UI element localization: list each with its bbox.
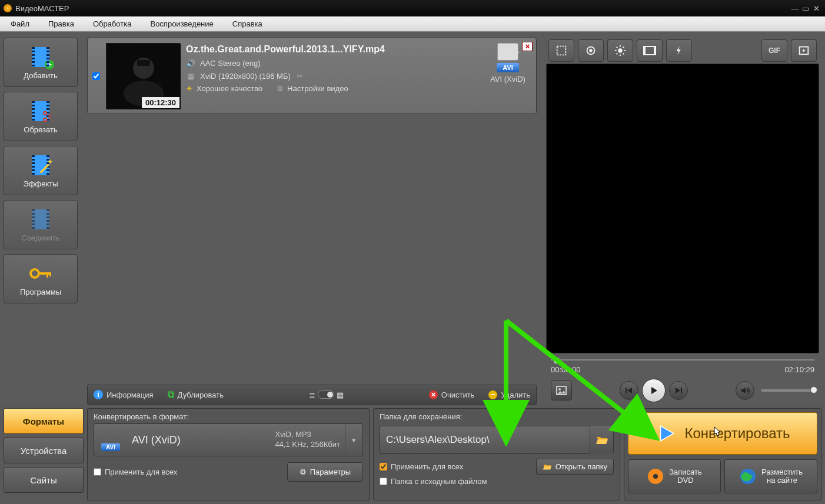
- sun-icon: ☀: [186, 84, 193, 93]
- svg-point-0: [44, 111, 47, 115]
- fullscreen-button[interactable]: [791, 39, 817, 62]
- video-settings-link[interactable]: ⚙ Настройки видео: [277, 84, 348, 93]
- svg-marker-35: [661, 426, 674, 440]
- remove-file-button[interactable]: ✕: [522, 42, 533, 51]
- clear-button[interactable]: ✕ Очистить: [429, 390, 475, 399]
- svg-marker-33: [676, 388, 680, 393]
- svg-marker-30: [627, 388, 632, 393]
- time-total: 02:10:29: [784, 365, 814, 374]
- gif-button[interactable]: GIF: [761, 39, 787, 62]
- publish-button[interactable]: Разместитьна сайте: [724, 459, 817, 493]
- convert-label: Конвертировать: [684, 425, 790, 442]
- tab-sites[interactable]: Сайты: [4, 467, 84, 493]
- chevron-down-icon[interactable]: ▾: [345, 423, 362, 456]
- apply-all-save[interactable]: Применить для всех: [380, 462, 463, 471]
- close-button[interactable]: ✕: [811, 4, 821, 13]
- svg-rect-32: [681, 388, 682, 393]
- crop-button[interactable]: [548, 39, 574, 62]
- globe-icon: [739, 468, 757, 485]
- menu-help[interactable]: Справка: [223, 17, 272, 31]
- file-name: Oz.the.Great.and.Powerful.2013.1...YIFY.…: [186, 44, 478, 55]
- file-checkbox[interactable]: [92, 72, 100, 80]
- preview-panel: GIF 00:00:00 02:10:29: [543, 32, 825, 405]
- duplicate-button[interactable]: ⧉ Дублировать: [168, 389, 224, 400]
- camera-icon: [102, 429, 119, 442]
- snapshot-button[interactable]: [551, 380, 572, 400]
- minimize-button[interactable]: —: [790, 4, 800, 13]
- chain-icon: [29, 208, 52, 231]
- programs-button[interactable]: Программы: [4, 254, 78, 303]
- duplicate-icon: ⧉: [168, 389, 174, 400]
- use-source-folder-label: Папка с исходным файлом: [391, 477, 487, 486]
- prev-button[interactable]: [620, 381, 638, 400]
- maximize-button[interactable]: ▭: [800, 4, 811, 13]
- camera-icon: [497, 43, 518, 61]
- volume-slider[interactable]: [761, 389, 814, 392]
- svg-line-19: [623, 54, 624, 55]
- menu-edit[interactable]: Правка: [39, 17, 84, 31]
- join-button[interactable]: Соединить: [4, 200, 78, 249]
- grid-view-icon: ▦: [337, 390, 344, 399]
- clear-icon: ✕: [429, 390, 438, 399]
- menu-playback[interactable]: Воспроизведение: [141, 17, 222, 31]
- tab-devices[interactable]: Устройства: [4, 438, 84, 463]
- play-icon: [655, 422, 677, 445]
- stabilize-button[interactable]: [637, 39, 663, 62]
- view-toggle[interactable]: ≣ ▦: [309, 390, 344, 399]
- join-label: Соединить: [21, 233, 60, 242]
- delete-button[interactable]: − Удалить: [488, 390, 530, 399]
- apply-all-format[interactable]: Применить для всех: [94, 468, 177, 476]
- format-audio: 44,1 KHz, 256Кбит: [275, 440, 340, 450]
- file-audio: AAC Stereo (eng): [200, 59, 261, 68]
- trim-label: Обрезать: [24, 125, 57, 134]
- save-header: Папка для сохранения:: [380, 412, 614, 421]
- file-thumbnail[interactable]: 00:12:30: [106, 43, 180, 109]
- add-button[interactable]: + Добавить: [4, 38, 78, 87]
- svg-point-13: [618, 48, 622, 52]
- gear-icon: ⚙: [277, 84, 284, 93]
- next-button[interactable]: [669, 381, 688, 400]
- video-preview[interactable]: [546, 64, 819, 353]
- wand-icon: [29, 153, 52, 177]
- menu-file[interactable]: Файл: [1, 17, 39, 31]
- target-label: AVI (XviD): [490, 75, 525, 84]
- svg-line-20: [617, 54, 618, 55]
- speed-button[interactable]: [666, 39, 692, 62]
- apply-all-save-checkbox[interactable]: [380, 463, 387, 470]
- seek-slider[interactable]: [551, 357, 814, 363]
- format-picker[interactable]: AVI AVI (XviD) XviD, MP3 44,1 KHz, 256Кб…: [94, 423, 363, 456]
- open-folder-button[interactable]: Открыть папку: [536, 459, 614, 475]
- tab-formats[interactable]: Форматы: [4, 408, 84, 434]
- file-item[interactable]: 00:12:30 Oz.the.Great.and.Powerful.2013.…: [87, 38, 537, 114]
- browse-button[interactable]: [590, 426, 613, 454]
- effects-preview-button[interactable]: [578, 39, 604, 62]
- disc-icon: [647, 468, 664, 485]
- burn-dvd-button[interactable]: ЗаписатьDVD: [628, 459, 721, 493]
- time-current: 00:00:00: [551, 365, 581, 374]
- use-source-folder[interactable]: Папка с исходным файлом: [380, 477, 487, 486]
- folder-open-icon: [596, 435, 608, 445]
- use-source-folder-checkbox[interactable]: [380, 478, 387, 485]
- svg-rect-10: [557, 46, 566, 55]
- effects-button[interactable]: Эффекты: [4, 146, 78, 195]
- format-badge: AVI: [101, 443, 120, 451]
- volume-button[interactable]: [736, 381, 754, 400]
- trim-button[interactable]: Обрезать: [4, 92, 78, 141]
- format-panel: Конвертировать в формат: AVI AVI (XviD) …: [87, 408, 370, 500]
- svg-rect-9: [137, 60, 150, 66]
- info-button[interactable]: i Информация: [94, 390, 154, 399]
- play-button[interactable]: [642, 379, 666, 402]
- svg-line-21: [623, 47, 624, 48]
- menubar: Файл Правка Обработка Воспроизведение Сп…: [0, 16, 825, 32]
- brightness-button[interactable]: [607, 39, 633, 62]
- format-tabs: Форматы Устройства Сайты: [4, 408, 84, 500]
- parameters-button[interactable]: ⚙ Параметры: [287, 462, 363, 482]
- svg-point-2: [31, 269, 39, 278]
- menu-processing[interactable]: Обработка: [84, 17, 141, 31]
- convert-button[interactable]: Конвертировать: [628, 412, 817, 455]
- publish-label-1: Разместить: [761, 468, 803, 476]
- cut-icon[interactable]: ✂: [295, 71, 305, 81]
- apply-all-format-checkbox[interactable]: [94, 468, 101, 476]
- output-path-input[interactable]: [380, 434, 590, 446]
- info-icon: i: [94, 390, 103, 399]
